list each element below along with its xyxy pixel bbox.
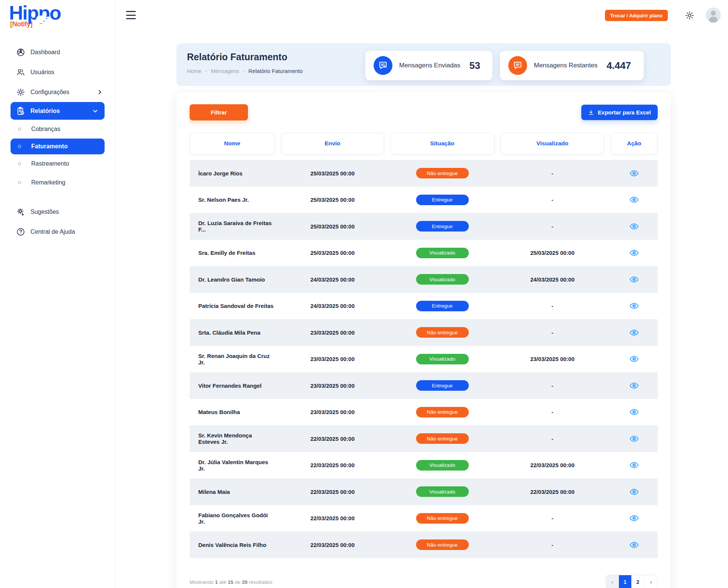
sidebar-item-faturamento[interactable]: Faturamento [11,139,105,154]
view-details-button[interactable] [628,406,640,418]
stat-label: Mensagens Restantes [534,62,597,69]
cell-nome: Patrícia Sandoval de Freitas [190,303,275,309]
pagination-page-1[interactable]: 1 [619,575,632,588]
cell-acao [611,459,658,471]
view-details-button[interactable] [628,433,640,445]
view-details-button[interactable] [628,326,640,338]
view-details-button[interactable] [628,459,640,471]
aperture-icon [16,48,25,57]
pagination-next-button[interactable]: › [644,575,657,588]
filter-button[interactable]: Filtrar [190,104,248,120]
cell-situacao: Visualizado [391,460,494,471]
sidebar-item-cobrancas[interactable]: Cobranças [0,120,115,139]
sidebar-item-usuarios[interactable]: Usuários [0,62,115,82]
sidebar-item-configuracoes[interactable]: Configurações [0,82,115,102]
cell-envio: 25/03/2025 00:00 [281,170,384,177]
cell-situacao: Não entregue [391,168,494,178]
view-details-button[interactable] [628,167,640,179]
cell-nome: Sr. Nelson Paes Jr. [190,197,275,203]
pagination-prev-button[interactable]: ‹ [606,575,619,588]
view-details-button[interactable] [628,379,640,391]
pagination: ‹12› [606,575,658,588]
breadcrumb-separator: · [243,68,245,74]
view-details-button[interactable] [628,273,640,285]
status-badge: Não entregue [416,407,469,417]
cell-situacao: Visualizado [391,486,494,497]
status-badge: Não entregue [416,539,469,550]
export-label: Exportar para Excel [598,109,651,116]
status-badge: Visualizado [416,274,469,285]
stat-value: 53 [470,60,480,72]
download-icon [588,110,594,116]
view-details-button[interactable] [628,539,640,551]
cell-situacao: Entregue [391,301,494,311]
view-details-button[interactable] [628,486,640,498]
column-header-envio[interactable]: Envio [281,133,384,154]
cell-acao [611,273,658,285]
cell-situacao: Visualizado [391,354,494,364]
stat-value: 4.447 [606,60,631,72]
sidebar-item-central-de-ajuda[interactable]: Central de Ajuda [0,222,115,242]
stat-card-mensagens-enviadas: Mensagens Enviadas 53 [365,51,492,80]
table-row: Patrícia Sandoval de Freitas 24/03/2025 … [190,293,658,320]
view-details-button[interactable] [628,353,640,365]
cell-nome: Dr. Júlia Valentin Marques Jr. [190,459,275,472]
user-avatar[interactable] [706,8,721,23]
cell-envio: 25/03/2025 00:00 [281,223,384,230]
cell-visualizado: - [500,542,604,548]
cell-visualizado: - [500,409,604,415]
table-row: Vitor Fernandes Rangel 23/03/2025 00:00 … [190,372,658,399]
sidebar-item-sugestoes[interactable]: Sugestões [0,202,115,222]
column-header-acao[interactable]: Ação [611,133,658,154]
table-row: Srta. Cláudia Mila Pena 23/03/2025 00:00… [190,319,658,346]
settings-gear-icon[interactable] [685,11,695,20]
cell-envio: 25/03/2025 00:00 [281,250,384,256]
export-excel-button[interactable]: Exportar para Excel [581,105,658,120]
breadcrumb-home[interactable]: Home [187,68,202,74]
chevron-down-icon [93,108,98,114]
column-header-situacao[interactable]: Situação [391,133,494,154]
sidebar-item-label: Rastreamento [31,160,69,167]
view-details-button[interactable] [628,247,640,259]
sidebar-item-dashboard[interactable]: Dashboard [0,42,115,62]
brand-logo[interactable]: Hippo [Notify] [9,3,61,28]
cell-situacao: Entregue [391,195,494,205]
status-badge: Visualizado [416,460,469,471]
view-details-button[interactable] [628,512,640,524]
view-details-button[interactable] [628,194,640,206]
pagination-page-2[interactable]: 2 [632,575,644,588]
cell-envio: 23/03/2025 00:00 [281,409,384,415]
sidebar-item-label: Remarketing [31,179,65,186]
cell-envio: 23/03/2025 00:00 [281,382,384,389]
cell-nome: Sra. Emilly de Freitas [190,250,275,256]
cell-acao [611,353,658,365]
sidebar-item-relatorios[interactable]: Relatórios [11,102,105,120]
topbar: Trocar / Adquirir plano [115,0,728,30]
cell-envio: 22/03/2025 00:00 [281,436,384,442]
cell-envio: 22/03/2025 00:00 [281,462,384,468]
chat-check-icon [374,56,392,75]
table-row: Sr. Nelson Paes Jr. 25/03/2025 00:00 Ent… [190,187,658,213]
view-details-button[interactable] [628,220,640,232]
cell-envio: 24/03/2025 00:00 [281,276,384,283]
cell-acao [611,539,658,551]
clipboard-clock-icon [16,107,25,116]
hamburger-menu-icon[interactable] [126,11,136,19]
column-header-visualizado[interactable]: Visualizado [500,133,604,154]
table-row: Sr. Renan Joaquin da Cruz Jr. 23/03/2025… [190,346,658,373]
users-icon [16,68,25,77]
column-header-nome[interactable]: Nome [190,133,275,154]
sidebar-item-rastreamento[interactable]: Rastreamento [0,154,115,173]
cell-acao [611,486,658,498]
cell-nome: Denis Valência Reis Filho [190,542,275,548]
table-row: Dr. Júlia Valentin Marques Jr. 22/03/202… [190,452,658,479]
cell-visualizado: - [500,515,604,521]
view-details-button[interactable] [628,300,640,312]
change-plan-button[interactable]: Trocar / Adquirir plano [605,10,668,21]
stat-label: Mensagens Enviadas [399,62,461,69]
breadcrumb-mensagens[interactable]: Mensagens [211,68,239,74]
sidebar-item-label: Central de Ajuda [30,228,75,235]
cell-visualizado: 22/03/2025 00:00 [500,462,604,468]
sidebar-item-remarketing[interactable]: Remarketing [0,173,115,192]
cell-visualizado: - [500,170,604,177]
